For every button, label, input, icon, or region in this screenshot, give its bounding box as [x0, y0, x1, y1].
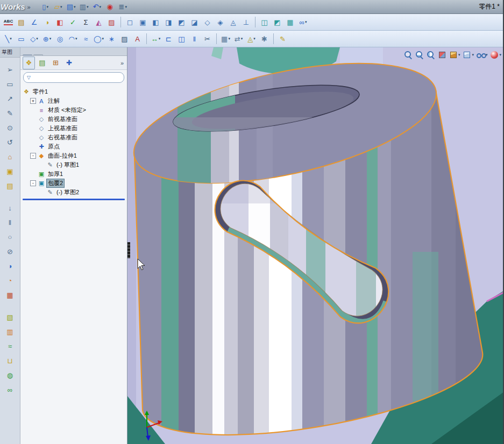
tree-item-sketch2[interactable]: ✎ (-) 草图2: [20, 188, 127, 197]
weld-symbol-icon[interactable]: ⌂: [4, 150, 16, 163]
view-normal-to-icon[interactable]: ⊥: [240, 16, 252, 29]
dropdown-caret-icon[interactable]: ▾: [159, 37, 161, 41]
dropdown-caret-icon[interactable]: ▾: [99, 5, 101, 9]
trim-entities-icon[interactable]: ✂: [201, 32, 214, 45]
view-front-icon[interactable]: ◻: [124, 16, 136, 29]
file-properties-icon[interactable]: ▤: [15, 16, 27, 29]
dropdown-caret-icon[interactable]: ▾: [49, 37, 52, 41]
dropdown-caret-icon[interactable]: ▾: [228, 37, 230, 41]
tree-item-top-plane[interactable]: ◇ 上视基准面: [20, 124, 127, 133]
ruled-surface-icon[interactable]: ▥: [4, 325, 16, 338]
open-icon[interactable]: ▱▾: [52, 1, 65, 13]
dropdown-caret-icon[interactable]: ▾: [458, 53, 460, 57]
zoom-fit-icon[interactable]: [403, 50, 413, 60]
tree-item-material[interactable]: ≡ 材质 <未指定>: [20, 105, 127, 115]
tree-item-thicken1[interactable]: ▣ 加厚1: [20, 170, 127, 179]
mirror-entities-icon[interactable]: ◫: [175, 32, 188, 45]
zoom-area-icon[interactable]: [415, 50, 424, 60]
convert-entities-icon[interactable]: ⊏: [162, 32, 175, 45]
arc-tool-icon[interactable]: ◠▾: [67, 32, 79, 45]
dropdown-caret-icon[interactable]: ▾: [75, 37, 77, 41]
standard-views-icon[interactable]: ◫: [258, 16, 271, 29]
tab-dimxpert[interactable]: [33, 54, 43, 55]
perimeter-circle-tool-icon[interactable]: ◎: [54, 32, 66, 45]
sketch-pencil-icon[interactable]: ✎: [276, 32, 289, 45]
tree-item-annotations[interactable]: + A 注解: [20, 96, 127, 105]
view-top-icon[interactable]: ◩: [175, 16, 188, 29]
circle-reference-icon[interactable]: ○: [4, 230, 16, 243]
view-back-icon[interactable]: ▣: [137, 16, 149, 29]
configurationmanager-tab-icon[interactable]: ⊞: [49, 57, 62, 69]
dropdown-caret-icon[interactable]: ▾: [102, 37, 104, 41]
appearance-icon[interactable]: ▾: [489, 50, 502, 60]
spline-surface-icon[interactable]: ≈: [4, 340, 16, 353]
viewport-canvas[interactable]: [127, 47, 504, 444]
spell-checker-icon[interactable]: ABC: [2, 16, 15, 29]
rollback-bar[interactable]: [23, 199, 125, 200]
knit-surface-icon[interactable]: ∞: [4, 383, 16, 396]
surface-icon[interactable]: ▧: [4, 311, 16, 323]
panel-splitter[interactable]: [127, 242, 130, 258]
hide-show-items-icon[interactable]: ▾: [476, 50, 488, 60]
dropdown-caret-icon[interactable]: ▾: [10, 37, 12, 41]
sketch-entity-icon[interactable]: ▭: [4, 77, 16, 90]
dropdown-caret-icon[interactable]: ▾: [253, 37, 255, 41]
mass-properties-icon[interactable]: ◑: [41, 16, 53, 29]
tree-item-wrap2[interactable]: - ▣ 包覆2: [20, 179, 127, 188]
view-dimetric-icon[interactable]: ◬: [227, 16, 239, 29]
section-properties-icon[interactable]: ◧: [54, 16, 66, 29]
ellipse-tool-icon[interactable]: ◯▾: [93, 32, 105, 45]
propertymanager-tab-icon[interactable]: ▤: [36, 57, 48, 69]
point-tool-icon[interactable]: ∗: [105, 32, 118, 45]
hatch-tool-icon[interactable]: ▨: [118, 32, 131, 45]
datum-feature-icon[interactable]: ▣: [4, 165, 16, 178]
trim-surface-icon[interactable]: ⊔: [4, 354, 16, 367]
tree-expand-toggle[interactable]: +: [30, 98, 36, 104]
tree-expand-toggle[interactable]: -: [30, 180, 36, 186]
smart-dimension-icon[interactable]: ↔▾: [150, 32, 162, 45]
tree-item-part[interactable]: ❖ 零件1: [20, 87, 127, 96]
check-entity-icon[interactable]: ✓: [67, 16, 79, 29]
balloon-icon[interactable]: ⊙: [4, 121, 16, 134]
dropdown-caret-icon[interactable]: ▾: [87, 5, 89, 9]
line-tool-icon[interactable]: ╲▾: [2, 32, 15, 45]
text-tool-icon[interactable]: A: [131, 32, 144, 45]
tree-expand-toggle[interactable]: -: [30, 153, 36, 159]
tree-item-sketch1[interactable]: ✎ (-) 草图1: [20, 160, 127, 170]
datum-target-icon[interactable]: ▤: [4, 179, 16, 192]
dropdown-caret-icon[interactable]: ▾: [36, 37, 38, 41]
annotation-pencil-icon[interactable]: ✎: [4, 107, 16, 119]
panel-chevron-icon[interactable]: »: [120, 60, 125, 66]
tree-item-front-plane[interactable]: ◇ 前视基准面: [20, 115, 127, 124]
toolbar-overflow-chevron[interactable]: »: [27, 4, 31, 10]
pie-section-icon[interactable]: ◔: [4, 274, 16, 287]
select-tool-icon[interactable]: ➢: [4, 63, 16, 76]
feature-tree-filter-input[interactable]: [33, 74, 120, 81]
view-bottom-icon[interactable]: ◪: [188, 16, 201, 29]
no-insert-icon[interactable]: ⊘: [4, 245, 16, 258]
print-icon[interactable]: ▥▾: [78, 1, 90, 13]
equations-icon[interactable]: Σ: [80, 16, 92, 29]
tree-item-surface-extrude1[interactable]: - ◆ 曲面-拉伸1: [20, 151, 127, 160]
new-document-icon[interactable]: ▯▾: [39, 1, 52, 13]
vertical-dimension-icon[interactable]: ↓: [4, 201, 16, 214]
dropdown-caret-icon[interactable]: ▾: [499, 53, 501, 57]
dropdown-caret-icon[interactable]: ▾: [125, 5, 127, 9]
view-orientation-icon[interactable]: ▾: [449, 50, 461, 60]
display-style-icon[interactable]: ▾: [462, 50, 474, 60]
fill-surface-icon[interactable]: ◍: [4, 369, 16, 382]
link-views-icon[interactable]: ∞▾: [297, 16, 309, 29]
dimxpertmanager-tab-icon[interactable]: ✚: [63, 57, 75, 69]
tree-item-right-plane[interactable]: ◇ 右视基准面: [20, 133, 127, 142]
view-left-icon[interactable]: ◧: [150, 16, 162, 29]
save-icon[interactable]: ▤▾: [65, 1, 77, 13]
graphics-viewport[interactable]: ▾ ▾ ▾ ▾: [127, 47, 504, 444]
tab-features[interactable]: [23, 54, 32, 55]
dropdown-caret-icon[interactable]: ▾: [241, 37, 243, 41]
grid-pattern-icon[interactable]: ▦: [4, 288, 16, 301]
measure-icon[interactable]: ∠: [28, 16, 40, 29]
revision-symbol-icon[interactable]: ↺: [4, 136, 16, 149]
featuremanager-tab-icon[interactable]: ❖: [23, 57, 35, 69]
leader-note-icon[interactable]: ↗: [4, 92, 16, 105]
half-section-icon[interactable]: ◑: [4, 259, 16, 272]
